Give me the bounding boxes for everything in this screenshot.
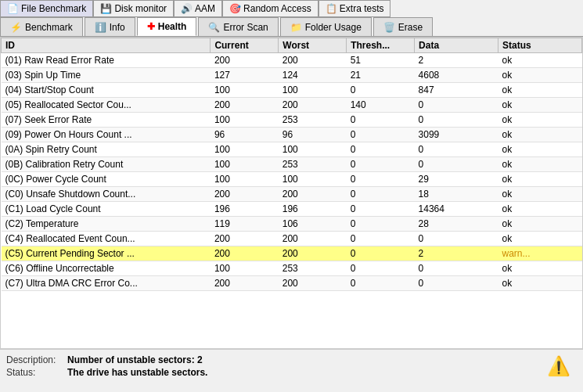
table-row[interactable]: (C4) Reallocated Event Coun... 200 200 0… bbox=[2, 232, 582, 246]
tab-error-scan-label: Error Scan bbox=[223, 22, 268, 33]
cell-worst: 100 bbox=[279, 83, 347, 98]
cell-id: (C5) Current Pending Sector ... bbox=[2, 246, 211, 261]
toolbar-row-1: 📄 File Benchmark 💾 Disk monitor 🔊 AAM 🎯 … bbox=[0, 0, 583, 17]
benchmark-icon: ⚡ bbox=[10, 22, 22, 33]
cell-id: (C2) Temperature bbox=[2, 217, 211, 232]
tab-health[interactable]: ✚ Health bbox=[137, 17, 197, 36]
random-access-icon: 🎯 bbox=[229, 3, 241, 14]
random-access-btn[interactable]: 🎯 Random Access bbox=[222, 0, 318, 17]
tab-benchmark-label: Benchmark bbox=[25, 22, 73, 33]
cell-thresh: 0 bbox=[347, 232, 415, 246]
cell-worst: 100 bbox=[279, 172, 347, 187]
table-row[interactable]: (0A) Spin Retry Count 100 100 0 0 ok bbox=[2, 142, 582, 157]
cell-data: 0 bbox=[415, 276, 498, 291]
cell-status: ok bbox=[498, 113, 582, 128]
cell-thresh: 0 bbox=[347, 202, 415, 217]
cell-id: (01) Raw Read Error Rate bbox=[2, 53, 211, 68]
table-row[interactable]: (03) Spin Up Time 127 124 21 4608 ok bbox=[2, 68, 582, 83]
cell-thresh: 0 bbox=[347, 113, 415, 128]
table-row[interactable]: (C0) Unsafe Shutdown Count... 200 200 0 … bbox=[2, 187, 582, 202]
cell-worst: 200 bbox=[279, 187, 347, 202]
table-row[interactable]: (09) Power On Hours Count ... 96 96 0 30… bbox=[2, 128, 582, 142]
cell-worst: 106 bbox=[279, 217, 347, 232]
cell-data: 0 bbox=[415, 232, 498, 246]
file-benchmark-btn[interactable]: 📄 File Benchmark bbox=[0, 0, 93, 17]
cell-current: 127 bbox=[211, 68, 279, 83]
cell-status: ok bbox=[498, 98, 582, 113]
cell-data: 2 bbox=[415, 246, 498, 261]
cell-status: warn... bbox=[498, 246, 582, 261]
cell-current: 200 bbox=[211, 232, 279, 246]
cell-id: (03) Spin Up Time bbox=[2, 68, 211, 83]
cell-id: (0B) Calibration Retry Count bbox=[2, 157, 211, 172]
cell-current: 100 bbox=[211, 113, 279, 128]
cell-id: (C0) Unsafe Shutdown Count... bbox=[2, 187, 211, 202]
cell-data: 2 bbox=[415, 53, 498, 68]
cell-thresh: 21 bbox=[347, 68, 415, 83]
cell-data: 14364 bbox=[415, 202, 498, 217]
tab-erase[interactable]: 🗑️ Erase bbox=[373, 17, 433, 36]
cell-thresh: 0 bbox=[347, 83, 415, 98]
cell-id: (0A) Spin Retry Count bbox=[2, 142, 211, 157]
disk-monitor-btn[interactable]: 💾 Disk monitor bbox=[93, 0, 174, 17]
cell-worst: 124 bbox=[279, 68, 347, 83]
tab-benchmark[interactable]: ⚡ Benchmark bbox=[0, 17, 83, 36]
cell-current: 100 bbox=[211, 142, 279, 157]
disk-monitor-icon: 💾 bbox=[100, 3, 112, 14]
table-row[interactable]: (07) Seek Error Rate 100 253 0 0 ok bbox=[2, 113, 582, 128]
col-header-thresh: Thresh... bbox=[347, 38, 415, 53]
status-value: The drive has unstable sectors. bbox=[67, 367, 207, 378]
tab-error-scan[interactable]: 🔍 Error Scan bbox=[198, 17, 278, 36]
table-row[interactable]: (0B) Calibration Retry Count 100 253 0 0… bbox=[2, 157, 582, 172]
cell-thresh: 0 bbox=[347, 217, 415, 232]
aam-btn[interactable]: 🔊 AAM bbox=[174, 0, 222, 17]
cell-id: (C7) Ultra DMA CRC Error Co... bbox=[2, 276, 211, 291]
cell-thresh: 0 bbox=[347, 172, 415, 187]
cell-status: ok bbox=[498, 83, 582, 98]
smart-table: ID Current Worst Thresh... Data Status (… bbox=[1, 38, 582, 291]
cell-worst: 96 bbox=[279, 128, 347, 142]
table-row[interactable]: (C7) Ultra DMA CRC Error Co... 200 200 0… bbox=[2, 276, 582, 291]
cell-status: ok bbox=[498, 53, 582, 68]
cell-status: ok bbox=[498, 142, 582, 157]
cell-status: ok bbox=[498, 187, 582, 202]
table-row[interactable]: (01) Raw Read Error Rate 200 200 51 2 ok bbox=[2, 53, 582, 68]
main-content: ID Current Worst Thresh... Data Status (… bbox=[0, 37, 583, 392]
health-icon: ✚ bbox=[147, 21, 155, 32]
cell-data: 29 bbox=[415, 172, 498, 187]
cell-status: ok bbox=[498, 157, 582, 172]
table-row[interactable]: (C5) Current Pending Sector ... 200 200 … bbox=[2, 246, 582, 261]
tab-folder-usage[interactable]: 📁 Folder Usage bbox=[280, 17, 372, 36]
cell-current: 96 bbox=[211, 128, 279, 142]
table-row[interactable]: (C1) Load Cycle Count 196 196 0 14364 ok bbox=[2, 202, 582, 217]
table-row[interactable]: (C6) Offline Uncorrectable 100 253 0 0 o… bbox=[2, 261, 582, 276]
tab-bar: ⚡ Benchmark ℹ️ Info ✚ Health 🔍 Error Sca… bbox=[0, 17, 583, 37]
tab-info[interactable]: ℹ️ Info bbox=[85, 17, 135, 36]
table-row[interactable]: (C2) Temperature 119 106 0 28 ok bbox=[2, 217, 582, 232]
cell-thresh: 0 bbox=[347, 187, 415, 202]
cell-worst: 200 bbox=[279, 232, 347, 246]
cell-id: (0C) Power Cycle Count bbox=[2, 172, 211, 187]
cell-id: (C6) Offline Uncorrectable bbox=[2, 261, 211, 276]
cell-worst: 253 bbox=[279, 157, 347, 172]
cell-data: 18 bbox=[415, 187, 498, 202]
cell-data: 4608 bbox=[415, 68, 498, 83]
cell-worst: 200 bbox=[279, 246, 347, 261]
cell-current: 100 bbox=[211, 172, 279, 187]
smart-table-container[interactable]: ID Current Worst Thresh... Data Status (… bbox=[0, 37, 583, 349]
cell-data: 0 bbox=[415, 261, 498, 276]
aam-icon: 🔊 bbox=[181, 3, 193, 14]
cell-current: 196 bbox=[211, 202, 279, 217]
table-row[interactable]: (0C) Power Cycle Count 100 100 0 29 ok bbox=[2, 172, 582, 187]
cell-thresh: 0 bbox=[347, 128, 415, 142]
cell-thresh: 0 bbox=[347, 246, 415, 261]
extra-tests-btn[interactable]: 📋 Extra tests bbox=[318, 0, 391, 17]
random-access-label: Random Access bbox=[243, 3, 311, 14]
col-header-worst: Worst bbox=[279, 38, 347, 53]
cell-status: ok bbox=[498, 172, 582, 187]
cell-thresh: 0 bbox=[347, 142, 415, 157]
table-row[interactable]: (04) Start/Stop Count 100 100 0 847 ok bbox=[2, 83, 582, 98]
cell-worst: 200 bbox=[279, 98, 347, 113]
cell-id: (C4) Reallocated Event Coun... bbox=[2, 232, 211, 246]
table-row[interactable]: (05) Reallocated Sector Cou... 200 200 1… bbox=[2, 98, 582, 113]
